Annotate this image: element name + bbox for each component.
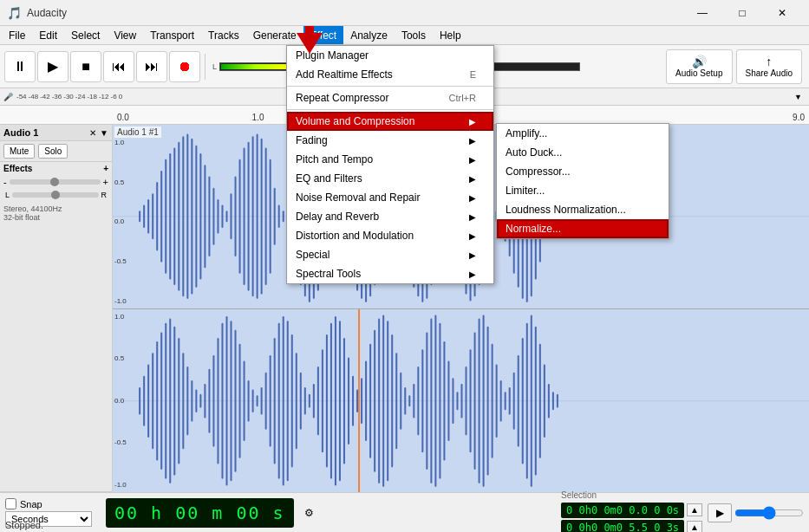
spectral-tools-item[interactable]: Spectral Tools ▶ bbox=[287, 264, 493, 283]
repeat-compressor-item[interactable]: Repeat Compressor Ctrl+R bbox=[287, 88, 493, 107]
normalize-item[interactable]: Normalize... bbox=[497, 219, 669, 238]
svg-rect-17 bbox=[204, 165, 206, 268]
svg-rect-185 bbox=[509, 386, 511, 414]
svg-rect-147 bbox=[343, 338, 345, 464]
volume-compression-item[interactable]: Volume and Compression ▶ bbox=[287, 112, 493, 131]
share-audio-button[interactable]: ↑ Share Audio bbox=[736, 49, 803, 84]
close-button[interactable]: ✕ bbox=[762, 0, 802, 26]
svg-rect-9 bbox=[169, 153, 171, 279]
mute-button[interactable]: Mute bbox=[3, 144, 35, 159]
rewind-button[interactable]: ⏮ bbox=[103, 51, 134, 82]
fast-forward-button[interactable]: ⏭ bbox=[136, 51, 167, 82]
menu-generate[interactable]: Generate bbox=[246, 26, 303, 44]
svg-rect-184 bbox=[505, 392, 506, 410]
menu-select[interactable]: Select bbox=[64, 26, 107, 44]
maximize-button[interactable]: □ bbox=[722, 0, 762, 26]
svg-rect-105 bbox=[160, 332, 162, 470]
track2-waveform[interactable]: 1.0 0.5 0.0 -0.5 -1.0 bbox=[113, 309, 809, 493]
track1-clip-label: Audio 1 #1 bbox=[114, 127, 161, 138]
svg-rect-175 bbox=[466, 367, 467, 435]
svg-rect-143 bbox=[326, 334, 328, 467]
svg-rect-20 bbox=[217, 199, 219, 234]
menu-file[interactable]: File bbox=[2, 26, 32, 44]
svg-rect-22 bbox=[225, 211, 227, 222]
play-button[interactable]: ▶ bbox=[37, 51, 69, 82]
snap-checkbox[interactable] bbox=[5, 498, 16, 509]
svg-rect-132 bbox=[278, 322, 280, 478]
svg-marker-197 bbox=[297, 26, 323, 54]
menu-tracks[interactable]: Tracks bbox=[201, 26, 246, 44]
noise-removal-item[interactable]: Noise Removal and Repair ▶ bbox=[287, 188, 493, 207]
pan-r: R bbox=[101, 191, 108, 199]
sel-end-up[interactable]: ▲ bbox=[687, 521, 702, 532]
svg-rect-29 bbox=[257, 134, 258, 299]
menu-help[interactable]: Help bbox=[433, 26, 468, 44]
minimize-button[interactable]: — bbox=[682, 0, 722, 26]
add-realtime-effects-item[interactable]: Add Realtime Effects E bbox=[287, 65, 493, 84]
title-bar: 🎵 Audacity — □ ✕ bbox=[0, 0, 809, 26]
red-arrow-svg bbox=[297, 26, 323, 54]
svg-rect-109 bbox=[178, 338, 179, 464]
effects-add-icon[interactable]: + bbox=[103, 164, 108, 173]
menu-transport[interactable]: Transport bbox=[143, 26, 201, 44]
pitch-tempo-item[interactable]: Pitch and Tempo ▶ bbox=[287, 150, 493, 169]
selection-label: Selection bbox=[561, 490, 597, 500]
timecode-settings-icon[interactable]: ⚙ bbox=[299, 503, 320, 523]
track1-menu-icon[interactable]: ▼ bbox=[100, 128, 108, 138]
menu-analyze[interactable]: Analyze bbox=[343, 26, 395, 44]
playback-speed-slider[interactable] bbox=[734, 506, 804, 520]
gain-thumb bbox=[50, 178, 59, 186]
pause-button[interactable]: ⏸ bbox=[4, 51, 36, 82]
effects-section: Effects + bbox=[0, 161, 112, 175]
sel-start-timecode: 0 0h0 0m0 0.0 0 0s bbox=[561, 503, 684, 518]
svg-rect-111 bbox=[186, 367, 188, 435]
effect-menu: Plugin Manager Add Realtime Effects E Re… bbox=[286, 45, 494, 284]
svg-rect-104 bbox=[156, 341, 158, 460]
audio-setup-label: Audio Setup bbox=[675, 68, 723, 78]
menu-view[interactable]: View bbox=[107, 26, 143, 44]
ruler-0: 0.0 bbox=[117, 113, 129, 122]
audio-setup-button[interactable]: 🔊 Audio Setup bbox=[666, 49, 733, 84]
svg-rect-3 bbox=[143, 205, 145, 228]
svg-rect-5 bbox=[152, 193, 153, 239]
ruler-1: 1.0 bbox=[252, 113, 264, 122]
pan-l: L bbox=[5, 191, 10, 199]
limiter-item[interactable]: Limiter... bbox=[497, 181, 669, 200]
special-item[interactable]: Special ▶ bbox=[287, 245, 493, 264]
red-arrow-indicator bbox=[297, 26, 323, 56]
amplify-item[interactable]: Amplify... bbox=[497, 124, 669, 143]
svg-rect-191 bbox=[535, 326, 537, 475]
delay-reverb-item[interactable]: Delay and Reverb ▶ bbox=[287, 207, 493, 226]
svg-rect-16 bbox=[199, 153, 201, 279]
svg-rect-122 bbox=[235, 329, 237, 471]
volume-submenu: Amplify... Auto Duck... Compressor... Li… bbox=[496, 123, 669, 239]
menu-tools[interactable]: Tools bbox=[395, 26, 433, 44]
gain-slider[interactable] bbox=[10, 179, 101, 185]
status-bar: Snap Seconds 00 h 00 m 00 s ⚙ Selection … bbox=[0, 492, 809, 532]
fading-item[interactable]: Fading ▶ bbox=[287, 131, 493, 150]
eq-filters-item[interactable]: EQ and Filters ▶ bbox=[287, 169, 493, 188]
svg-rect-195 bbox=[552, 392, 554, 410]
menu-bar: File Edit Select View Transport Tracks G… bbox=[0, 26, 809, 45]
svg-rect-14 bbox=[191, 139, 192, 295]
compressor-item[interactable]: Compressor... bbox=[497, 162, 669, 181]
audio-setup-icon: 🔊 bbox=[692, 55, 707, 68]
svg-rect-34 bbox=[278, 205, 280, 228]
track1-header: Audio 1 ✕ ▼ bbox=[0, 125, 112, 141]
svg-rect-120 bbox=[225, 315, 227, 485]
track1-close-icon[interactable]: ✕ bbox=[89, 128, 96, 138]
pan-slider[interactable] bbox=[12, 192, 98, 198]
svg-rect-114 bbox=[199, 393, 201, 407]
play-green-button[interactable]: ▶ bbox=[708, 503, 732, 522]
solo-button[interactable]: Solo bbox=[38, 144, 68, 159]
auto-duck-item[interactable]: Auto Duck... bbox=[497, 143, 669, 162]
sel-start-up[interactable]: ▲ bbox=[687, 503, 702, 516]
main-timecode: 00 h 00 m 00 s bbox=[106, 498, 294, 528]
stop-button[interactable]: ■ bbox=[70, 51, 101, 82]
loudness-norm-item[interactable]: Loudness Normalization... bbox=[497, 200, 669, 219]
svg-rect-137 bbox=[300, 372, 302, 429]
record-button[interactable]: ⏺ bbox=[169, 51, 200, 82]
menu-edit[interactable]: Edit bbox=[32, 26, 64, 44]
distortion-item[interactable]: Distortion and Modulation ▶ bbox=[287, 226, 493, 245]
pan-row: L R bbox=[0, 189, 112, 201]
